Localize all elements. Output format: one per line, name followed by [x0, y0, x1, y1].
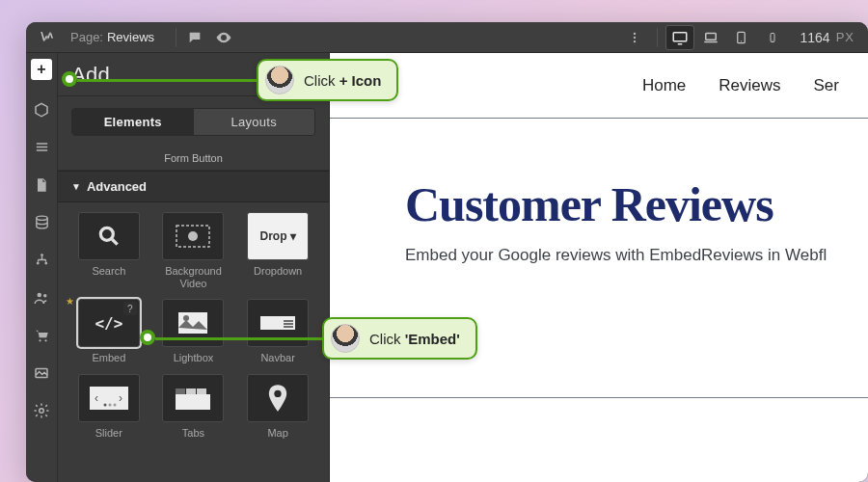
svg-rect-34	[176, 394, 210, 410]
svg-rect-35	[176, 388, 185, 394]
nav-home[interactable]: Home	[642, 76, 686, 95]
kebab-icon[interactable]	[624, 27, 645, 48]
navigator-icon[interactable]	[30, 135, 54, 159]
sitemap-icon[interactable]	[30, 248, 54, 272]
svg-point-12	[44, 262, 47, 265]
svg-point-19	[100, 228, 113, 240]
eye-icon[interactable]	[213, 27, 234, 48]
top-bar: Page: Reviews 116	[26, 22, 868, 53]
nav-reviews[interactable]: Reviews	[719, 76, 780, 95]
site-header: ews Home Reviews Ser	[330, 53, 868, 119]
svg-rect-36	[186, 388, 196, 394]
section-advanced[interactable]: ▼ Advanced	[58, 171, 329, 202]
svg-rect-22	[178, 312, 207, 334]
form-button-label: Form Button	[58, 146, 329, 171]
site-nav: Home Reviews Ser	[642, 76, 839, 95]
element-tabs[interactable]: Tabs	[156, 374, 231, 440]
svg-rect-3	[673, 32, 687, 40]
help-icon[interactable]: ?	[123, 302, 137, 315]
device-tablet-button[interactable]	[727, 25, 756, 50]
callout-step-2: Click 'Embed'	[322, 317, 477, 360]
device-phone-button[interactable]	[758, 25, 787, 50]
chevron-down-icon: ▼	[71, 181, 81, 192]
design-canvas[interactable]: ews Home Reviews Ser Customer Reviews Em…	[330, 53, 868, 482]
page-label: Page:	[70, 30, 103, 44]
element-lightbox[interactable]: Lightbox	[156, 299, 231, 364]
svg-point-38	[274, 390, 281, 397]
page-subheadline: Embed your Google reviews with EmbedRevi…	[405, 246, 868, 265]
svg-point-21	[188, 231, 198, 241]
svg-point-31	[103, 403, 106, 406]
svg-point-6	[741, 40, 742, 41]
svg-point-18	[40, 408, 44, 413]
element-navbar[interactable]: Navbar	[240, 299, 315, 364]
callout-step-1: Click + Icon	[257, 59, 398, 101]
svg-point-32	[108, 403, 111, 406]
page-name[interactable]: Reviews	[107, 30, 154, 44]
step-line-2	[155, 337, 323, 340]
step-marker-1	[62, 71, 77, 87]
element-slider[interactable]: ‹› Slider	[71, 374, 147, 440]
device-switcher	[665, 25, 787, 50]
svg-text:‹: ‹	[95, 391, 98, 405]
assets-icon[interactable]	[30, 361, 54, 385]
page-headline: Customer Reviews	[405, 176, 868, 232]
svg-point-10	[41, 254, 43, 256]
pages-icon[interactable]	[30, 173, 54, 197]
width-readout: 1164 PX	[800, 30, 855, 45]
cube-icon[interactable]	[30, 97, 54, 121]
left-rail: +	[26, 53, 58, 482]
avatar	[331, 324, 360, 353]
ecommerce-icon[interactable]	[30, 323, 54, 347]
comments-icon[interactable]	[184, 27, 205, 48]
avatar	[265, 66, 294, 94]
nav-services-partial[interactable]: Ser	[814, 76, 839, 95]
device-desktop-button[interactable]	[665, 25, 694, 50]
step-marker-2	[140, 330, 155, 345]
svg-point-9	[36, 216, 46, 220]
element-search[interactable]: Search	[71, 212, 147, 289]
svg-point-33	[113, 403, 116, 406]
width-unit: PX	[836, 30, 854, 44]
svg-rect-37	[197, 388, 206, 394]
settings-icon[interactable]	[30, 398, 54, 422]
star-icon: ★	[66, 296, 74, 307]
tab-layouts[interactable]: Layouts	[194, 109, 315, 135]
svg-rect-25	[284, 320, 293, 322]
tab-elements[interactable]: Elements	[72, 109, 194, 135]
element-background-video[interactable]: BackgroundVideo	[156, 212, 231, 289]
add-panel: Add Elements Layouts Form Button ▼ Advan…	[58, 53, 330, 482]
svg-rect-4	[705, 33, 716, 40]
element-dropdown[interactable]: Drop ▾ Dropdown	[240, 212, 315, 289]
svg-point-1	[633, 36, 635, 38]
width-value: 1164	[800, 30, 830, 45]
step-line-1	[77, 79, 257, 82]
svg-text:›: ›	[119, 391, 122, 405]
svg-point-15	[39, 339, 41, 341]
app-logo[interactable]	[34, 24, 61, 51]
users-icon[interactable]	[30, 285, 54, 309]
chevron-down-icon: ▾	[290, 229, 296, 243]
svg-point-2	[633, 40, 635, 41]
svg-point-14	[43, 294, 46, 297]
add-element-button[interactable]: +	[31, 59, 52, 80]
svg-point-8	[772, 40, 773, 40]
element-map[interactable]: Map	[240, 374, 315, 440]
svg-point-13	[38, 292, 42, 297]
svg-point-0	[633, 32, 635, 34]
cms-icon[interactable]	[30, 210, 54, 234]
svg-point-23	[183, 315, 189, 321]
svg-point-16	[44, 339, 46, 341]
device-laptop-button[interactable]	[696, 25, 725, 50]
svg-rect-27	[284, 326, 293, 328]
svg-point-11	[36, 262, 39, 265]
svg-rect-26	[284, 323, 293, 325]
element-embed[interactable]: ★ ? </> Embed	[71, 299, 147, 364]
